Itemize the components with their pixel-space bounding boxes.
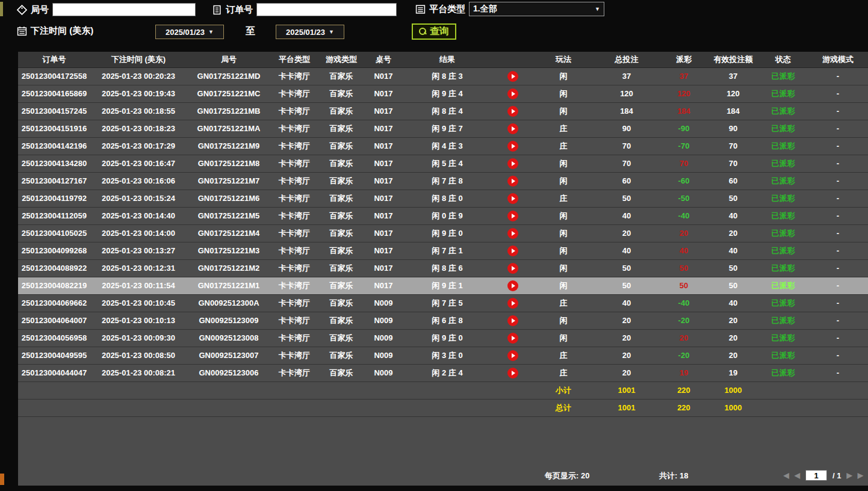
table-row[interactable]: 2501230041658692025-01-23 00:19:43GN0172… [18, 85, 868, 102]
table-row[interactable]: 2501230041120592025-01-23 00:14:40GN0172… [18, 207, 868, 224]
result-cell: 闲 8 庄 6 [402, 259, 492, 277]
table-no-cell: N017 [365, 190, 402, 207]
payout-cell: 120 [660, 85, 708, 102]
table-row[interactable]: 2501230041197922025-01-23 00:15:24GN0172… [18, 190, 868, 207]
result-cell: 闲 9 庄 0 [402, 224, 492, 242]
mode-cell: - [808, 259, 868, 277]
play-video-icon[interactable] [507, 71, 518, 82]
status-cell: 已派彩 [758, 312, 808, 329]
search-icon [419, 28, 427, 36]
play-video-icon[interactable] [507, 141, 518, 152]
bet-on-cell: 庄 [533, 364, 594, 381]
video-cell [492, 329, 533, 347]
total-bet-cell: 90 [594, 120, 660, 137]
table-no-cell: N009 [365, 329, 402, 347]
play-video-icon[interactable] [507, 333, 518, 344]
table-row[interactable]: 2501230040495952025-01-23 00:08:50GN0092… [18, 347, 868, 364]
play-video-icon[interactable] [507, 350, 518, 361]
game-type-cell: 百家乐 [318, 85, 365, 102]
bet-on-cell: 闲 [533, 155, 594, 172]
table-row[interactable]: 2501230040889222025-01-23 00:12:31GN0172… [18, 259, 868, 277]
order-number-input[interactable] [256, 3, 397, 16]
valid-bet-cell: 50 [708, 259, 758, 277]
play-video-icon[interactable] [507, 228, 518, 239]
platform-cell: 卡卡湾厅 [271, 242, 318, 259]
status-cell: 已派彩 [758, 364, 808, 381]
game-type-cell: 百家乐 [318, 120, 365, 137]
play-video-icon[interactable] [507, 246, 518, 256]
table-row[interactable]: 2501230041421962025-01-23 00:17:29GN0172… [18, 137, 868, 155]
first-page-button[interactable]: ◀ [784, 471, 789, 480]
game-type-cell: 百家乐 [318, 259, 365, 277]
bet-time-cell: 2025-01-23 00:08:50 [90, 347, 187, 364]
payout-cell: 37 [660, 67, 708, 85]
table-row[interactable]: 2501230041271672025-01-23 00:16:06GN0172… [18, 172, 868, 190]
bet-time-filter-label: 下注时间 (美东) [17, 25, 93, 37]
round-number-input[interactable] [52, 3, 196, 16]
total-bet-cell: 50 [594, 259, 660, 277]
table-no-cell: N017 [365, 259, 402, 277]
video-cell [492, 137, 533, 155]
table-row[interactable]: 2501230040640072025-01-23 00:10:13GN0092… [18, 312, 868, 329]
mode-cell: - [808, 224, 868, 242]
round-id-cell: GN017251221M4 [187, 224, 271, 242]
date-from-picker[interactable]: 2025/01/23 ▼ [155, 25, 224, 39]
play-triangle-icon [512, 74, 515, 79]
table-row[interactable]: 2501230041519162025-01-23 00:18:23GN0172… [18, 120, 868, 137]
table-footer: 每页显示: 20 共计: 18 ◀ ◀ 1 / 1 ▶ ▶ [18, 469, 868, 482]
play-video-icon[interactable] [507, 176, 518, 187]
table-row[interactable]: 2501230040992682025-01-23 00:13:27GN0172… [18, 242, 868, 259]
bet-on-cell: 闲 [533, 242, 594, 259]
play-video-icon[interactable] [507, 106, 518, 117]
game-type-cell: 百家乐 [318, 242, 365, 259]
bet-on-cell: 闲 [533, 259, 594, 277]
bet-time-cell: 2025-01-23 00:10:45 [90, 294, 187, 312]
play-video-icon[interactable] [507, 368, 518, 378]
query-button[interactable]: 查询 [412, 23, 456, 40]
video-cell [492, 277, 533, 294]
round-id-cell: GN017251221M3 [187, 242, 271, 259]
table-row[interactable]: 2501230041725582025-01-23 00:20:23GN0172… [18, 67, 868, 85]
table-row[interactable]: 2501230040569582025-01-23 00:09:30GN0092… [18, 329, 868, 347]
mode-cell: - [808, 347, 868, 364]
play-video-icon[interactable] [507, 211, 518, 221]
table-row[interactable]: 2501230041050252025-01-23 00:14:00GN0172… [18, 224, 868, 242]
order-id-cell: 250123004157245 [18, 102, 90, 120]
bet-on-cell: 庄 [533, 190, 594, 207]
sum-payout: 220 [660, 399, 708, 416]
play-video-icon[interactable] [507, 123, 518, 134]
valid-bet-cell: 50 [708, 190, 758, 207]
to-label: 至 [246, 25, 255, 38]
table-row[interactable]: 2501230040822192025-01-23 00:11:54GN0172… [18, 277, 868, 294]
play-triangle-icon [512, 126, 515, 131]
records-panel: 订单号下注时间 (美东)局号平台类型游戏类型桌号结果玩法总投注派彩有效投注额状态… [18, 52, 868, 486]
valid-bet-cell: 120 [708, 85, 758, 102]
game-type-cell: 百家乐 [318, 224, 365, 242]
last-page-button[interactable]: ▶ [858, 471, 863, 480]
table-no-cell: N017 [365, 277, 402, 294]
play-video-icon[interactable] [507, 193, 518, 204]
payout-cell: -40 [660, 207, 708, 224]
table-row[interactable]: 2501230040696622025-01-23 00:10:45GN0092… [18, 294, 868, 312]
round-id-cell: GN017251221M8 [187, 155, 271, 172]
date-to-picker[interactable]: 2025/01/23 ▼ [276, 25, 344, 39]
page-number-input[interactable]: 1 [805, 470, 827, 481]
table-row[interactable]: 2501230041342802025-01-23 00:16:47GN0172… [18, 155, 868, 172]
payout-cell: 19 [660, 364, 708, 381]
platform-cell: 卡卡湾厅 [271, 329, 318, 347]
valid-bet-cell: 20 [708, 224, 758, 242]
play-video-icon[interactable] [507, 88, 518, 99]
platform-type-select[interactable]: 1.全部 ▼ [469, 2, 604, 16]
next-page-button[interactable]: ▶ [847, 471, 852, 480]
table-row[interactable]: 2501230040440472025-01-23 00:08:21GN0092… [18, 364, 868, 381]
mode-cell: - [808, 207, 868, 224]
table-row[interactable]: 2501230041572452025-01-23 00:18:55GN0172… [18, 102, 868, 120]
column-header: 有效投注额 [708, 52, 758, 67]
play-video-icon[interactable] [507, 158, 518, 169]
play-video-icon[interactable] [507, 315, 518, 326]
play-video-icon[interactable] [507, 280, 518, 291]
bet-time-cell: 2025-01-23 00:16:06 [90, 172, 187, 190]
prev-page-button[interactable]: ◀ [795, 471, 800, 480]
play-video-icon[interactable] [507, 298, 518, 309]
play-video-icon[interactable] [507, 263, 518, 274]
